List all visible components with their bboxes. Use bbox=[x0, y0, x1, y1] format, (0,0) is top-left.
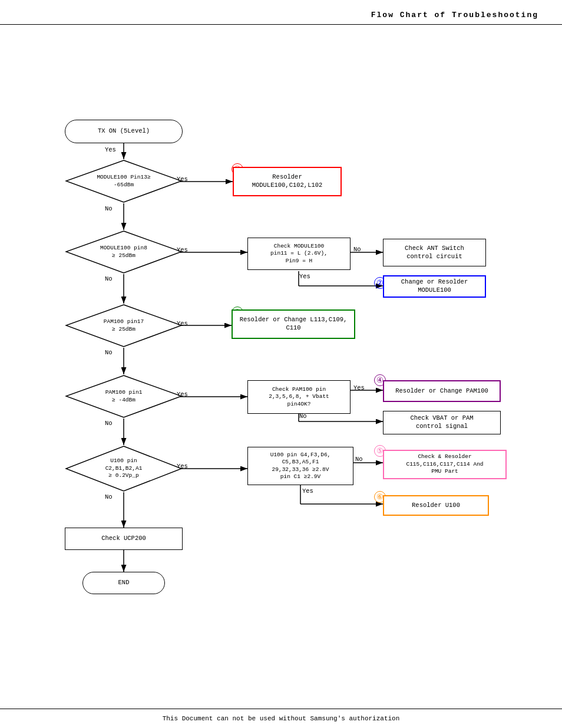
chart-area: TX ON (5Level) Yes MODULE100 Pin13≥ -65d… bbox=[0, 32, 562, 710]
diamond4-container: PAM100 pin1 ≥ -4dBm bbox=[65, 374, 183, 419]
start-box-label: TX ON (5Level) bbox=[98, 127, 150, 136]
header: Flow Chart of Troubleshooting bbox=[0, 0, 562, 25]
no-label-d1: No bbox=[105, 205, 113, 212]
footer: This Document can not be used without Sa… bbox=[0, 709, 562, 728]
yes-label-d4-right: Yes bbox=[177, 391, 188, 398]
no-label-checkmod: No bbox=[353, 246, 361, 253]
diamond5-container: U100 pin C2,B1,B2,A1 ≥ 0.2Vp_p bbox=[65, 445, 183, 492]
no-label-d5: No bbox=[105, 493, 113, 500]
svg-marker-23 bbox=[66, 231, 181, 273]
yes-label-u100-down: Yes bbox=[302, 487, 313, 495]
yes-label-d2-right: Yes bbox=[177, 246, 188, 253]
yes-label-checkpam: Yes bbox=[353, 384, 365, 391]
svg-marker-24 bbox=[66, 305, 181, 347]
diamond2-svg bbox=[65, 230, 183, 274]
check-resolder-c115-box: Check & Resolder C115,C116,C117,C114 And… bbox=[383, 450, 507, 479]
check-pam100-box: Check PAM100 pin 2,3,5,6,8, + Vbatt pin4… bbox=[247, 380, 351, 414]
yes-label-checkmod: Yes bbox=[299, 273, 310, 280]
yes-label-d5-right: Yes bbox=[177, 463, 188, 470]
check-ucp200-box: Check UCP200 bbox=[65, 528, 183, 550]
diamond4-svg bbox=[65, 374, 183, 419]
diamond3-svg bbox=[65, 304, 183, 348]
no-label-d2: No bbox=[105, 275, 113, 282]
no-label-d3: No bbox=[105, 349, 113, 356]
diamond2-container: MODULE100 pin8 ≥ 25dBm bbox=[65, 230, 183, 274]
resolder-u100-box: Resolder U100 bbox=[383, 495, 489, 516]
no-label-checkpam: No bbox=[299, 413, 307, 420]
no-label-d4: No bbox=[105, 420, 113, 427]
diamond1-container: MODULE100 Pin13≥ -65dBm bbox=[65, 159, 183, 203]
u100-pin-box: U100 pin G4,F3,D6, C5,B3,A5,F1 29,32,33,… bbox=[247, 447, 353, 485]
resolder-pam100-box: Resolder or Change PAM100 bbox=[383, 380, 501, 402]
resolder-module100-box: Resolder MODULE100,C102,L102 bbox=[233, 167, 342, 196]
resolder-l113-box: Resolder or Change L113,C109, C110 bbox=[232, 309, 355, 339]
page-title: Flow Chart of Troubleshooting bbox=[371, 11, 538, 19]
svg-marker-22 bbox=[66, 160, 181, 202]
yes-label-1: Yes bbox=[105, 146, 116, 153]
change-module100-box: Change or Resolder MODULE100 bbox=[383, 275, 486, 298]
yes-label-d1-right: Yes bbox=[177, 176, 188, 183]
start-box: TX ON (5Level) bbox=[65, 120, 183, 143]
ant-switch-box: Check ANT Switch control circuit bbox=[383, 239, 486, 266]
diamond1-svg bbox=[65, 159, 183, 203]
end-box: END bbox=[82, 572, 165, 594]
footer-text: This Document can not be used without Sa… bbox=[163, 715, 400, 722]
svg-marker-25 bbox=[66, 375, 181, 417]
no-label-u100: No bbox=[355, 456, 363, 463]
yes-label-d3-right: Yes bbox=[177, 320, 188, 327]
diamond5-svg bbox=[65, 445, 183, 492]
check-vbat-box: Check VBAT or PAM control signal bbox=[383, 411, 501, 434]
check-module100-box: Check MODULE100 pin11 = L (2.6V), Pin9 =… bbox=[247, 238, 351, 270]
diamond3-container: PAM100 pin17 ≥ 25dBm bbox=[65, 304, 183, 348]
svg-marker-26 bbox=[66, 446, 181, 491]
page: Flow Chart of Troubleshooting bbox=[0, 0, 562, 728]
